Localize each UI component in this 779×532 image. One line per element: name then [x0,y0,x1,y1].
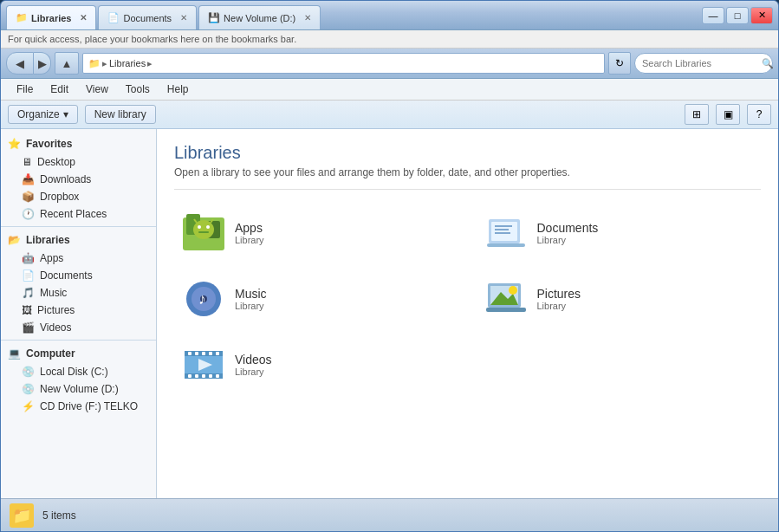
bookmarks-text: For quick access, place your bookmarks h… [8,34,296,44]
library-type-documents: Library [537,235,599,245]
svg-rect-23 [486,308,526,312]
window-controls: — □ ✕ [702,7,773,24]
svg-rect-11 [495,225,512,227]
menu-tools[interactable]: Tools [117,81,159,98]
tab-newvolume-label: New Volume (D:) [224,13,295,23]
toolbar: Organize ▾ New library ⊞ ▣ ? [1,101,778,129]
tab-newvolume-close[interactable]: ✕ [304,13,311,23]
view-options-button[interactable]: ⊞ [685,104,709,125]
recent-places-label: Recent Places [40,208,107,220]
up-button[interactable]: ▲ [55,52,79,75]
sidebar-item-music[interactable]: 🎵 Music [1,284,156,302]
sidebar-item-local-disk-c[interactable]: 💿 Local Disk (C:) [1,363,156,380]
videos-label: Videos [40,321,71,334]
divider-1 [1,226,156,227]
sidebar-item-downloads[interactable]: 📥 Downloads [1,171,156,188]
desktop-icon: 🖥 [22,156,32,168]
sidebar-item-new-volume-d[interactable]: 💿 New Volume (D:) [1,380,156,398]
computer-icon: 💻 [8,347,21,360]
sidebar-item-desktop[interactable]: 🖥 Desktop [1,153,156,171]
sidebar-header-computer[interactable]: 💻 Computer [1,344,156,363]
new-library-button[interactable]: New library [85,105,156,124]
bookmarks-bar: For quick access, place your bookmarks h… [1,30,778,49]
tab-documents-icon: 📄 [107,12,120,23]
pane-toggle-button[interactable]: ▣ [716,104,740,125]
svg-rect-13 [495,232,510,234]
library-icon-documents [484,211,529,256]
sidebar-header-libraries[interactable]: 📂 Libraries [1,230,156,250]
library-item-pictures[interactable]: Pictures Library [477,269,762,328]
search-icon: 🔍 [762,58,774,69]
address-bar: ◀ ▶ ▲ 📁 ▸ Libraries ▸ ↻ 🔍 [1,49,778,79]
library-name-music: Music [235,287,267,301]
sidebar-header-favorites[interactable]: ⭐ Favorites [1,134,156,153]
library-name-documents: Documents [537,221,599,235]
favorites-label: Favorites [26,138,72,150]
menu-edit[interactable]: Edit [42,81,77,98]
breadcrumb-path: Libraries [109,58,146,68]
help-button[interactable]: ? [747,104,771,125]
tab-libraries[interactable]: 📁 Libraries ✕ [6,5,96,29]
libraries-grid: Apps Library [174,204,761,394]
forward-button[interactable]: ▶ [34,52,51,75]
sidebar-item-dropbox[interactable]: 📦 Dropbox [1,188,156,205]
menu-bar: File Edit View Tools Help [1,79,778,101]
svg-rect-35 [209,374,212,378]
library-name-pictures: Pictures [537,287,581,301]
refresh-button[interactable]: ↻ [608,52,631,75]
svg-rect-33 [195,374,198,378]
library-name-apps: Apps [235,221,264,235]
content-area: Libraries Open a library to see your fil… [157,129,778,498]
tab-libraries-close[interactable]: ✕ [80,13,87,23]
organize-arrow-icon: ▾ [63,108,68,120]
close-button[interactable]: ✕ [750,7,773,24]
organize-button[interactable]: Organize ▾ [8,105,78,124]
videos-icon: 🎬 [22,321,35,334]
dropbox-icon: 📦 [22,191,35,203]
library-icon-pictures [484,276,529,321]
tab-documents[interactable]: 📄 Documents ✕ [98,5,197,29]
svg-rect-10 [491,222,517,241]
sidebar-item-cd-drive-f[interactable]: ⚡ CD Drive (F:) TELKO [1,398,156,415]
maximize-button[interactable]: □ [726,7,749,24]
status-count: 5 items [42,509,76,522]
sidebar: ⭐ Favorites 🖥 Desktop 📥 Downloads 📦 Drop… [1,129,157,498]
status-folder-icon: 📁 [10,503,34,528]
organize-label: Organize [17,108,60,120]
svg-rect-27 [188,352,192,355]
sidebar-item-videos[interactable]: 🎬 Videos [1,319,156,336]
dropbox-label: Dropbox [40,191,79,203]
menu-view[interactable]: View [77,81,117,98]
search-input[interactable] [642,58,762,68]
library-name-videos: Videos [235,353,272,367]
sidebar-section-favorites: ⭐ Favorites 🖥 Desktop 📥 Downloads 📦 Drop… [1,134,156,223]
menu-help[interactable]: Help [159,81,198,98]
library-item-music[interactable]: ♪ Music Library [174,269,459,328]
apps-label: Apps [40,252,63,264]
breadcrumb[interactable]: 📁 ▸ Libraries ▸ [82,53,605,74]
library-item-documents[interactable]: Documents Library [477,204,762,263]
sidebar-item-documents[interactable]: 📄 Documents [1,267,156,284]
library-type-apps: Library [235,235,264,245]
page-subtitle: Open a library to see your files and arr… [174,166,761,190]
library-item-apps[interactable]: Apps Library [174,204,459,263]
tab-libraries-label: Libraries [31,13,71,23]
sidebar-item-apps[interactable]: 🤖 Apps [1,250,156,267]
cd-drive-f-label: CD Drive (F:) TELKO [40,400,138,412]
minimize-button[interactable]: — [702,7,724,24]
search-bar[interactable]: 🔍 [634,53,773,74]
back-button[interactable]: ◀ [6,52,34,75]
sidebar-item-pictures[interactable]: 🖼 Pictures [1,302,156,319]
pictures-label: Pictures [37,304,75,316]
tab-documents-close[interactable]: ✕ [180,13,187,23]
new-volume-d-label: New Volume (D:) [40,383,119,395]
sidebar-item-recent-places[interactable]: 🕐 Recent Places [1,205,156,223]
library-item-videos[interactable]: Videos Library [174,335,459,394]
tab-newvolume[interactable]: 💾 New Volume (D:) ✕ [198,5,321,29]
main-content: ⭐ Favorites 🖥 Desktop 📥 Downloads 📦 Drop… [1,129,778,498]
svg-rect-36 [216,374,219,378]
tab-documents-label: Documents [123,13,172,23]
menu-file[interactable]: File [8,81,42,98]
recent-places-icon: 🕐 [22,208,35,220]
downloads-label: Downloads [40,173,91,185]
